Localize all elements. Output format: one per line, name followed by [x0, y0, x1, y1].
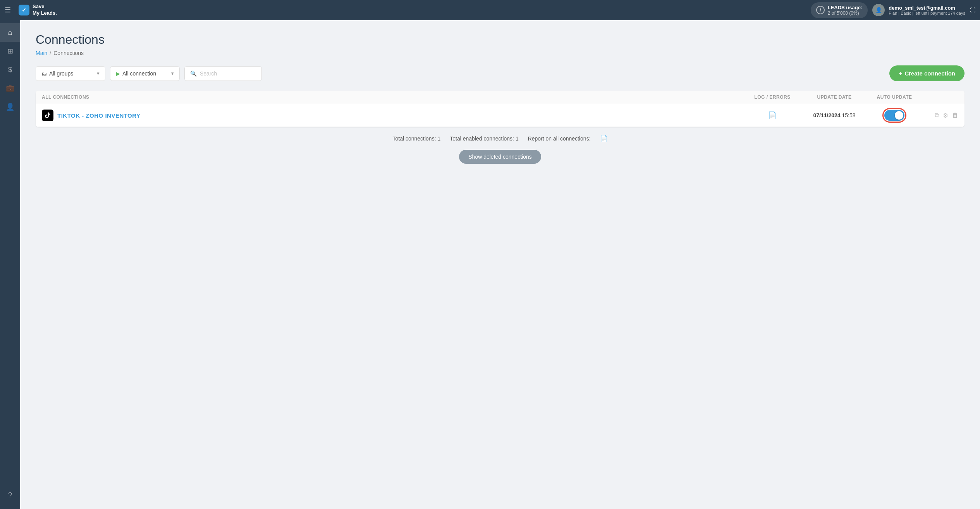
- groups-icon: 🗂: [41, 70, 47, 77]
- groups-label: All groups: [49, 70, 73, 77]
- search-placeholder: Search: [200, 70, 217, 77]
- create-plus-icon: +: [899, 70, 902, 77]
- user-email: demo_sml_test@gmail.com: [889, 5, 965, 11]
- logo-icon: ✓: [19, 5, 29, 15]
- play-icon: ▶: [116, 70, 120, 77]
- breadcrumb-main[interactable]: Main: [36, 50, 47, 56]
- total-enabled-connections: Total enabled connections: 1: [450, 135, 518, 142]
- leads-count: 2 of 5'000 (0%): [828, 10, 863, 16]
- leads-label: LEADS usage:: [828, 5, 863, 10]
- groups-dropdown[interactable]: 🗂 All groups ▾: [36, 66, 105, 81]
- filters-row: 🗂 All groups ▾ ▶ All connection ▾ 🔍 Sear…: [36, 65, 965, 81]
- logo-text: SaveMy Leads.: [33, 3, 57, 17]
- connection-link[interactable]: TikTok - Zoho Inventory: [57, 112, 141, 119]
- sidebar-nav: ⌂ ⊞ $ 💼 👤 ?: [0, 20, 20, 509]
- user-avatar: 👤: [872, 4, 885, 16]
- report-label: Report on all connections:: [528, 135, 591, 142]
- auto-update-toggle-wrap: [884, 110, 904, 121]
- date-value: 07/11/2024: [813, 112, 840, 118]
- actions-cell: ⧉ ⚙ 🗑: [920, 112, 958, 119]
- log-doc-icon[interactable]: 📄: [768, 111, 777, 119]
- summary-row: Total connections: 1 Total enabled conne…: [36, 127, 965, 150]
- info-icon: i: [816, 6, 825, 14]
- delete-icon[interactable]: 🗑: [952, 112, 958, 119]
- show-deleted-button[interactable]: Show deleted connections: [459, 150, 541, 164]
- user-area: 👤 demo_sml_test@gmail.com Plan | Basic |…: [872, 4, 965, 16]
- breadcrumb-current: Connections: [53, 50, 84, 56]
- connections-table: ALL CONNECTIONS LOG / ERRORS UPDATE DATE…: [36, 91, 965, 127]
- search-icon: 🔍: [190, 70, 197, 77]
- table-header: ALL CONNECTIONS LOG / ERRORS UPDATE DATE…: [36, 91, 965, 104]
- col-date-header: UPDATE DATE: [799, 94, 869, 100]
- groups-chevron: ▾: [97, 70, 100, 76]
- sidebar-item-home[interactable]: ⌂: [0, 23, 20, 42]
- connection-chevron: ▾: [171, 70, 174, 76]
- expand-icon[interactable]: ⛶: [970, 7, 975, 13]
- connection-type-dropdown[interactable]: ▶ All connection ▾: [110, 66, 180, 81]
- connection-name-cell: TikTok - Zoho Inventory: [42, 110, 745, 121]
- show-deleted-wrap: Show deleted connections: [36, 150, 965, 171]
- date-cell: 07/11/2024 15:58: [799, 112, 869, 118]
- table-row: TikTok - Zoho Inventory 📄 07/11/2024 15:…: [36, 104, 965, 127]
- menu-icon[interactable]: ☰: [5, 6, 11, 14]
- copy-icon[interactable]: ⧉: [935, 112, 939, 119]
- connection-label: All connection: [122, 70, 156, 77]
- report-icon[interactable]: 📄: [600, 135, 608, 142]
- total-connections: Total connections: 1: [392, 135, 440, 142]
- toggle-label[interactable]: [884, 110, 904, 121]
- search-input[interactable]: 🔍 Search: [184, 66, 262, 81]
- settings-icon[interactable]: ⚙: [943, 112, 948, 119]
- topbar: ☰ ✓ SaveMy Leads. i LEADS usage: 2 of 5'…: [0, 0, 980, 20]
- breadcrumb: Main / Connections: [36, 50, 965, 56]
- create-connection-button[interactable]: + Create connection: [889, 65, 965, 81]
- time-value: 15:58: [842, 112, 855, 118]
- log-cell: 📄: [745, 111, 799, 120]
- col-all-connections: ALL CONNECTIONS: [42, 94, 745, 100]
- tiktok-icon: [42, 110, 53, 121]
- col-auto-header: AUTO UPDATE: [869, 94, 920, 100]
- create-label: Create connection: [904, 70, 955, 77]
- main-layout: ⌂ ⊞ $ 💼 👤 ? Connections Main / Connectio…: [0, 20, 980, 509]
- logo-area: ✓ SaveMy Leads.: [19, 3, 65, 17]
- user-plan: Plan | Basic | left until payment 174 da…: [889, 11, 965, 15]
- leads-usage: i LEADS usage: 2 of 5'000 (0%): [811, 2, 868, 18]
- sidebar-item-jobs[interactable]: 💼: [0, 79, 20, 98]
- auto-update-cell: [869, 110, 920, 121]
- col-log-header: LOG / ERRORS: [745, 94, 799, 100]
- page-title: Connections: [36, 33, 965, 47]
- sidebar-item-connections[interactable]: ⊞: [0, 42, 20, 60]
- sidebar-item-help[interactable]: ?: [0, 486, 20, 504]
- sidebar-item-billing[interactable]: $: [0, 60, 20, 79]
- breadcrumb-sep: /: [50, 50, 51, 56]
- page-content: Connections Main / Connections 🗂 All gro…: [20, 20, 980, 509]
- sidebar-item-profile[interactable]: 👤: [0, 98, 20, 116]
